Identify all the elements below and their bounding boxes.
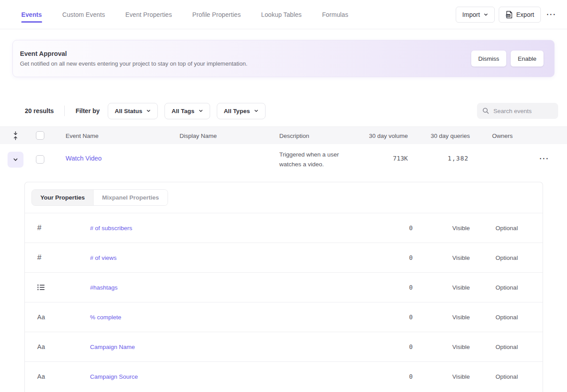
nav-actions: Import csv Export ··· (456, 7, 558, 23)
event-row-watch-video: Watch Video Triggered when a user watche… (0, 144, 567, 175)
header-event-name: Event Name (66, 127, 98, 145)
property-row: # # of subscribers 0 Visible Optional (25, 213, 543, 243)
tab-profile-properties[interactable]: Profile Properties (192, 1, 241, 28)
tab-formulas[interactable]: Formulas (322, 1, 348, 28)
types-filter-label: All Types (224, 108, 250, 114)
properties-segmented-control: Your Properties Mixpanel Properties (31, 189, 168, 206)
property-volume: 0 (391, 254, 444, 261)
event-30-day-queries: 1,382 (448, 155, 469, 162)
property-row: # # of views 0 Visible Optional (25, 243, 543, 272)
select-all-checkbox[interactable] (36, 131, 44, 140)
list-type-icon (25, 284, 66, 290)
enable-button[interactable]: Enable (511, 51, 544, 67)
dismiss-button[interactable]: Dismiss (471, 51, 506, 67)
banner-description: Get notified on all new events entering … (20, 60, 247, 67)
properties-tabs-bar: Your Properties Mixpanel Properties (25, 182, 543, 213)
property-visibility: Visible (444, 284, 478, 291)
header-description: Description (279, 127, 309, 145)
import-button[interactable]: Import (456, 7, 495, 23)
search-icon (482, 107, 489, 114)
csv-file-icon: csv (505, 11, 513, 19)
collapse-all-icon[interactable] (12, 130, 19, 141)
event-description-line1: Triggered when a user (279, 150, 368, 160)
header-owners: Owners (492, 127, 513, 145)
event-description-line2: watches a video. (279, 160, 368, 169)
event-30-day-volume: 713K (393, 155, 408, 162)
events-table-header: Event Name Display Name Description 30 d… (0, 126, 567, 144)
property-visibility: Visible (444, 344, 478, 350)
tab-your-properties[interactable]: Your Properties (32, 190, 94, 205)
property-name-link[interactable]: # of views (66, 255, 391, 261)
property-requirement: Optional (478, 344, 536, 350)
property-name-link[interactable]: Campaign Name (66, 344, 391, 350)
number-type-icon: # (25, 223, 66, 232)
header-display-name: Display Name (180, 127, 217, 145)
tab-events[interactable]: Events (21, 1, 42, 28)
property-name-link[interactable]: # of subscribers (66, 225, 391, 231)
property-requirement: Optional (478, 225, 536, 231)
property-name-link[interactable]: % complete (66, 314, 391, 321)
property-volume: 0 (391, 314, 444, 321)
tab-mixpanel-properties[interactable]: Mixpanel Properties (94, 190, 167, 205)
svg-text:csv: csv (506, 14, 510, 16)
divider (64, 106, 65, 116)
property-requirement: Optional (478, 373, 536, 380)
import-button-label: Import (462, 11, 480, 18)
event-properties-panel: Your Properties Mixpanel Properties # # … (24, 182, 543, 392)
search-events-box[interactable] (477, 103, 558, 119)
row-more-options-button[interactable]: ··· (538, 152, 551, 165)
status-filter-label: All Status (115, 108, 142, 114)
more-options-button[interactable]: ··· (545, 8, 558, 21)
filter-bar: 20 results Filter by All Status All Tags… (25, 102, 558, 120)
header-30-day-queries: 30 day queries (430, 127, 470, 145)
property-visibility: Visible (444, 225, 478, 231)
ellipsis-icon: ··· (547, 11, 556, 18)
property-visibility: Visible (444, 255, 478, 261)
ellipsis-icon: ··· (540, 155, 549, 162)
property-volume: 0 (391, 284, 444, 291)
text-type-icon: Aa (25, 343, 66, 350)
event-approval-banner: Event Approval Get notified on all new e… (12, 40, 555, 77)
results-count: 20 results (25, 107, 54, 114)
property-row: #hashtags 0 Visible Optional (25, 272, 543, 302)
property-visibility: Visible (444, 373, 478, 380)
banner-text: Event Approval Get notified on all new e… (20, 50, 247, 67)
search-events-input[interactable] (493, 108, 553, 114)
event-description: Triggered when a user watches a video. (279, 150, 368, 169)
tab-event-properties[interactable]: Event Properties (125, 1, 172, 28)
filter-by-label: Filter by (75, 107, 99, 114)
tags-filter-label: All Tags (172, 108, 195, 114)
property-row: Aa Campaign Source 0 Visible Optional (25, 361, 543, 391)
status-filter-dropdown[interactable]: All Status (108, 103, 158, 119)
event-name-link[interactable]: Watch Video (66, 155, 102, 162)
chevron-down-icon (484, 12, 488, 17)
property-name-link[interactable]: #hashtags (66, 284, 391, 291)
property-volume: 0 (391, 373, 444, 380)
tags-filter-dropdown[interactable]: All Tags (164, 103, 210, 119)
banner-title: Event Approval (20, 50, 247, 57)
property-visibility: Visible (444, 314, 478, 321)
top-navigation: Events Custom Events Event Properties Pr… (0, 0, 567, 29)
row-checkbox[interactable] (36, 155, 44, 164)
export-button-label: Export (516, 11, 534, 18)
tab-custom-events[interactable]: Custom Events (63, 1, 105, 28)
lexicon-tabs: Events Custom Events Event Properties Pr… (21, 1, 348, 28)
number-type-icon: # (25, 253, 66, 262)
property-row: Aa Campaign Name 0 Visible Optional (25, 332, 543, 361)
text-type-icon: Aa (25, 314, 66, 321)
banner-actions: Dismiss Enable (471, 51, 544, 67)
property-requirement: Optional (478, 314, 536, 321)
chevron-down-icon (254, 109, 258, 113)
text-type-icon: Aa (25, 373, 66, 380)
chevron-down-icon (146, 109, 151, 113)
chevron-down-icon (199, 109, 203, 113)
property-volume: 0 (391, 343, 444, 350)
property-row: Aa % complete 0 Visible Optional (25, 302, 543, 332)
property-requirement: Optional (478, 255, 536, 261)
property-name-link[interactable]: Campaign Source (66, 373, 391, 380)
types-filter-dropdown[interactable]: All Types (217, 103, 266, 119)
export-button[interactable]: csv Export (499, 7, 541, 23)
tab-lookup-tables[interactable]: Lookup Tables (261, 1, 301, 28)
collapse-row-button[interactable] (8, 152, 23, 168)
property-requirement: Optional (478, 284, 536, 291)
